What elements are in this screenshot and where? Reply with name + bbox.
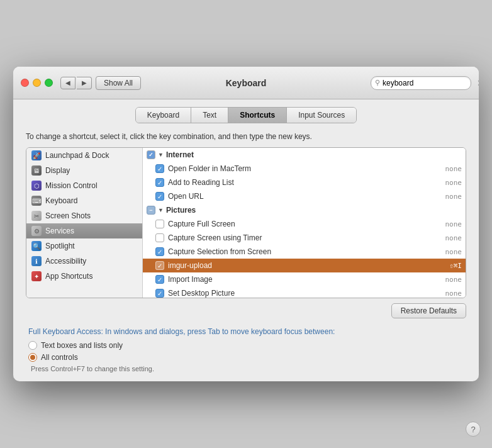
pictures-toggle-icon: ▼ <box>158 207 164 213</box>
sidebar-item-display[interactable]: 🖥 Display <box>26 163 142 178</box>
check-capture-timer[interactable] <box>155 233 164 242</box>
shortcut-open-url[interactable]: ✓ Open URL none <box>143 189 466 203</box>
keyboard-access-title-blue: Full Keyboard Access: In windows and dia… <box>28 327 335 336</box>
radio-all-controls-circle[interactable] <box>28 353 37 362</box>
tabs: Keyboard Text Shortcuts Input Sources <box>135 107 357 123</box>
maximize-button[interactable] <box>45 79 53 87</box>
keys-capture-timer: none <box>445 234 462 242</box>
search-icon: ⚲ <box>375 79 380 87</box>
appshortcuts-icon: ✦ <box>31 271 42 281</box>
label-imgur-upload: imgur-upload <box>168 261 445 270</box>
search-box: ⚲ ✕ <box>371 76 471 90</box>
sidebar-label-services: Services <box>45 227 74 235</box>
tab-input-sources[interactable]: Input Sources <box>287 108 356 123</box>
label-open-url: Open URL <box>168 192 442 201</box>
keys-capture-selection: none <box>445 248 462 256</box>
sidebar-label-accessibility: Accessibility <box>45 257 86 266</box>
search-clear-icon[interactable]: ✕ <box>477 78 479 88</box>
label-capture-timer: Capture Screen using Timer <box>168 233 442 242</box>
sidebar-label-display: Display <box>45 166 70 175</box>
pictures-group-checkbox[interactable]: − <box>147 206 155 215</box>
internet-toggle-icon: ▼ <box>158 152 164 158</box>
radio-all-controls-dot <box>30 355 35 360</box>
pictures-group-label: Pictures <box>166 206 196 215</box>
check-capture-full[interactable] <box>155 220 164 228</box>
keys-add-reading: none <box>445 179 462 187</box>
sidebar-item-keyboard[interactable]: ⌨ Keyboard <box>26 193 142 208</box>
sidebar-label-appshortcuts: App Shortcuts <box>45 272 92 281</box>
keyboard-access-title: Full Keyboard Access: In windows and dia… <box>28 327 464 336</box>
sidebar-label-launchpad: Launchpad & Dock <box>45 151 109 160</box>
launchpad-icon: 🚀 <box>31 150 42 160</box>
shortcut-import-image[interactable]: ✓ Import Image none <box>143 272 466 286</box>
keys-set-desktop: none <box>445 289 462 298</box>
sidebar-item-spotlight[interactable]: 🔍 Spotlight <box>26 238 142 254</box>
shortcut-capture-timer[interactable]: Capture Screen using Timer none <box>143 231 466 245</box>
shortcut-list: ✓ ▼ Internet ✓ Open Folder in MacTerm no… <box>143 148 466 298</box>
label-set-desktop: Set Desktop Picture <box>168 289 442 298</box>
label-capture-full: Capture Full Screen <box>168 220 442 228</box>
restore-defaults-button[interactable]: Restore Defaults <box>391 303 466 318</box>
check-add-reading[interactable]: ✓ <box>155 178 164 187</box>
instruction-text: To change a shortcut, select it, click t… <box>26 132 466 141</box>
back-button[interactable]: ◀ <box>60 77 75 89</box>
screenshots-icon: ✂ <box>31 211 42 221</box>
show-all-button[interactable]: Show All <box>96 76 141 90</box>
tab-keyboard[interactable]: Keyboard <box>136 108 191 123</box>
spotlight-icon: 🔍 <box>31 241 42 251</box>
nav-buttons: ◀ ▶ <box>60 77 92 89</box>
sidebar-item-appshortcuts[interactable]: ✦ App Shortcuts <box>26 269 142 284</box>
shortcut-open-folder[interactable]: ✓ Open Folder in MacTerm none <box>143 162 466 176</box>
group-internet-header[interactable]: ✓ ▼ Internet <box>143 148 466 162</box>
mission-icon: ⬡ <box>31 181 42 191</box>
sidebar-item-launchpad[interactable]: 🚀 Launchpad & Dock <box>26 148 142 163</box>
check-imgur-upload[interactable]: ✓ <box>155 261 164 270</box>
shortcut-capture-full[interactable]: Capture Full Screen none <box>143 217 466 231</box>
radio-text-boxes[interactable]: Text boxes and lists only <box>28 341 464 350</box>
minimize-button[interactable] <box>33 79 41 87</box>
main-window: ◀ ▶ Show All Keyboard ⚲ ✕ Keyboard Text … <box>13 67 479 381</box>
check-open-url[interactable]: ✓ <box>155 192 164 201</box>
main-panel: 🚀 Launchpad & Dock 🖥 Display ⬡ Mission C… <box>26 147 466 298</box>
check-capture-selection[interactable]: ✓ <box>155 247 164 256</box>
check-import-image[interactable]: ✓ <box>155 275 164 284</box>
accessibility-icon: ℹ <box>31 256 42 266</box>
forward-button[interactable]: ▶ <box>77 77 92 89</box>
titlebar: ◀ ▶ Show All Keyboard ⚲ ✕ <box>13 67 479 99</box>
sidebar-item-mission[interactable]: ⬡ Mission Control <box>26 178 142 193</box>
shortcut-capture-selection[interactable]: ✓ Capture Selection from Screen none <box>143 245 466 259</box>
tab-text[interactable]: Text <box>191 108 228 123</box>
tab-shortcuts[interactable]: Shortcuts <box>228 108 287 123</box>
keyboard-access-hint: Press Control+F7 to change this setting. <box>31 365 464 372</box>
search-input[interactable] <box>383 79 477 87</box>
close-button[interactable] <box>21 79 29 87</box>
traffic-lights <box>21 79 53 87</box>
group-pictures-header[interactable]: − ▼ Pictures <box>143 203 466 217</box>
keys-open-folder: none <box>445 165 462 173</box>
radio-text-boxes-circle[interactable] <box>28 341 37 350</box>
check-open-folder[interactable]: ✓ <box>155 164 164 173</box>
keys-import-image: none <box>445 276 462 284</box>
keys-open-url: none <box>445 193 462 201</box>
sidebar: 🚀 Launchpad & Dock 🖥 Display ⬡ Mission C… <box>26 148 143 298</box>
shortcut-set-desktop[interactable]: ✓ Set Desktop Picture none <box>143 286 466 298</box>
sidebar-item-screenshots[interactable]: ✂ Screen Shots <box>26 208 142 223</box>
sidebar-item-services[interactable]: ⚙ Services <box>26 223 142 238</box>
shortcut-add-reading[interactable]: ✓ Add to Reading List none <box>143 176 466 189</box>
restore-defaults-area: Restore Defaults <box>26 303 466 318</box>
shortcut-imgur-upload[interactable]: ✓ imgur-upload ⇧⌘I <box>143 259 466 272</box>
radio-all-controls-label: All controls <box>41 353 78 362</box>
radio-all-controls[interactable]: All controls <box>28 353 464 362</box>
label-add-reading: Add to Reading List <box>168 178 442 187</box>
check-set-desktop[interactable]: ✓ <box>155 289 164 298</box>
keyboard-access-section: Full Keyboard Access: In windows and dia… <box>26 327 466 372</box>
internet-group-checkbox[interactable]: ✓ <box>147 150 155 159</box>
shortcut-panel: ✓ ▼ Internet ✓ Open Folder in MacTerm no… <box>143 148 466 298</box>
sidebar-label-keyboard: Keyboard <box>45 196 77 205</box>
display-icon: 🖥 <box>31 165 42 176</box>
keyboard-icon: ⌨ <box>31 196 42 206</box>
keys-imgur-upload: ⇧⌘I <box>449 262 462 270</box>
tabs-bar: Keyboard Text Shortcuts Input Sources <box>13 99 479 123</box>
sidebar-item-accessibility[interactable]: ℹ Accessibility <box>26 254 142 269</box>
label-import-image: Import Image <box>168 275 442 284</box>
